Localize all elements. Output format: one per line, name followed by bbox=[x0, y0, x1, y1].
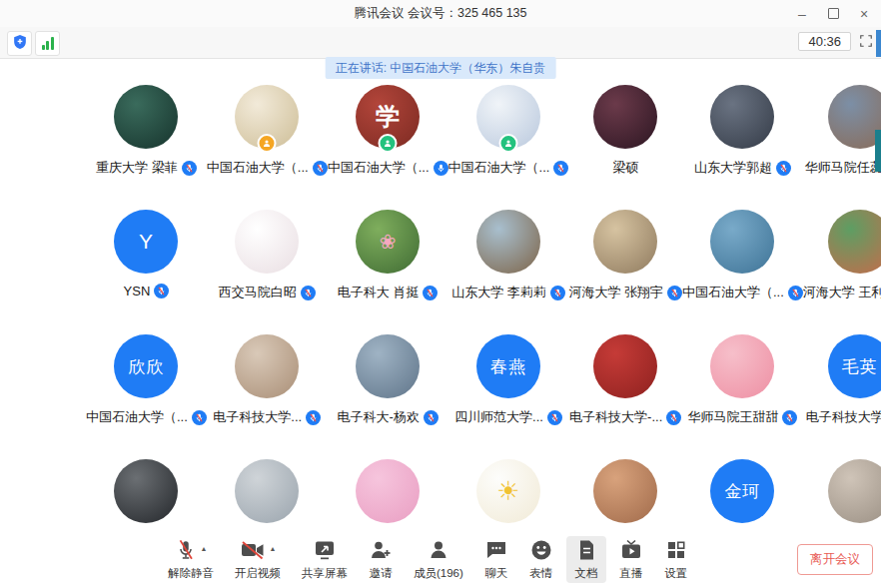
participant-name-row: 山东大学 李莉莉 bbox=[451, 284, 565, 301]
caret-up-icon[interactable]: ▲ bbox=[270, 545, 277, 552]
participant-tile[interactable]: ❀电子科大 肖挺 bbox=[328, 198, 448, 322]
participant-avatar bbox=[710, 85, 774, 149]
network-quality-button[interactable] bbox=[35, 31, 60, 56]
mic-muted-icon bbox=[776, 161, 791, 176]
participant-avatar: Y bbox=[114, 210, 178, 274]
participant-avatar bbox=[476, 210, 540, 274]
maximize-button[interactable] bbox=[822, 4, 844, 24]
participant-tile[interactable]: 中国石油大学（... bbox=[207, 73, 328, 198]
document-icon bbox=[574, 538, 598, 566]
toolbar-item-camera-off[interactable]: ▲开启视频 bbox=[227, 536, 289, 583]
side-panel-handle-top[interactable] bbox=[876, 30, 881, 57]
now-speaking-banner: 正在讲话: 中国石油大学（华东）朱自贵 bbox=[326, 57, 556, 79]
settings-icon bbox=[664, 538, 688, 566]
close-button[interactable]: × bbox=[853, 4, 875, 24]
participant-tile[interactable]: 毛英电子科技大学 毛英 bbox=[803, 322, 881, 447]
participant-avatar bbox=[828, 459, 881, 523]
toolbar-item-members[interactable]: 成员(196) bbox=[406, 536, 471, 583]
participant-tile[interactable]: 河海大学 王利利 bbox=[803, 198, 881, 322]
participant-tile[interactable]: 山东大学郭超 bbox=[682, 73, 803, 198]
participant-name: 电子科大 肖挺 bbox=[338, 284, 420, 301]
toolbar-item-label: 邀请 bbox=[370, 566, 393, 581]
side-panel-handle[interactable] bbox=[875, 130, 881, 172]
participant-avatar bbox=[710, 334, 774, 398]
participant-tile[interactable]: 中国石油大学（... bbox=[682, 198, 803, 322]
leave-meeting-button[interactable]: 离开会议 bbox=[797, 544, 873, 575]
minimize-button[interactable]: – bbox=[791, 4, 813, 24]
participant-tile[interactable]: 电子科大-杨欢 bbox=[328, 322, 448, 447]
participant-name-row: 重庆大学 梁菲 bbox=[96, 159, 197, 177]
participant-name: 山东大学郭超 bbox=[694, 159, 772, 177]
green-person-badge bbox=[379, 134, 398, 153]
toolbar-item-mic-off[interactable]: ▲解除静音 bbox=[160, 536, 222, 583]
participant-name: 电子科技大学... bbox=[213, 408, 302, 426]
mic-muted-icon bbox=[192, 410, 207, 425]
fullscreen-button[interactable] bbox=[857, 34, 875, 52]
participant-tile[interactable]: 电子科技大学... bbox=[207, 322, 328, 447]
toolbar-item-document[interactable]: 文档 bbox=[566, 536, 606, 583]
toolbar-item-invite[interactable]: 邀请 bbox=[361, 536, 401, 583]
toolbar-item-share-screen[interactable]: 共享屏幕 bbox=[294, 536, 356, 583]
participant-tile[interactable]: 西交马院白昭 bbox=[207, 198, 328, 322]
participant-name-row: 中国石油大学（... bbox=[682, 284, 803, 301]
participant-tile[interactable]: 春燕四川师范大学... bbox=[448, 322, 569, 447]
security-shield-button[interactable] bbox=[7, 31, 32, 56]
participant-name-row: 电子科技大学... bbox=[213, 408, 321, 426]
toolbar-item-label: 设置 bbox=[664, 566, 687, 581]
participant-avatar: 金珂 bbox=[710, 459, 774, 523]
invite-icon bbox=[369, 538, 393, 566]
participant-tile[interactable]: 欣欣中国石油大学（... bbox=[86, 322, 207, 447]
participant-tile[interactable]: 华师马院任蕊鑫 bbox=[803, 73, 881, 198]
participant-tile[interactable]: YYSN bbox=[86, 198, 207, 322]
participant-name-row: 西交马院白昭 bbox=[219, 284, 316, 301]
live-icon bbox=[619, 538, 643, 566]
caret-up-icon[interactable]: ▲ bbox=[201, 545, 208, 552]
participant-name: 中国石油大学（... bbox=[448, 159, 550, 177]
toolbar-items: ▲解除静音▲开启视频共享屏幕邀请成员(196)聊天表情文档直播设置 bbox=[160, 536, 696, 583]
toolbar-item-label: 共享屏幕 bbox=[302, 566, 348, 581]
mic-muted-icon bbox=[182, 161, 197, 176]
members-icon bbox=[427, 538, 450, 566]
participant-name: 四川师范大学... bbox=[454, 408, 543, 426]
participant-avatar bbox=[593, 459, 657, 523]
toolbar-item-emoji[interactable]: 表情 bbox=[521, 536, 561, 583]
participant-name-row: 电子科技大学 毛英 bbox=[806, 408, 881, 426]
window-title: 腾讯会议 会议号：325 465 135 bbox=[355, 5, 527, 22]
mic-muted-icon bbox=[782, 410, 797, 425]
participant-name-row: YSN bbox=[124, 284, 170, 298]
participant-name-row: 电子科技大学-... bbox=[569, 408, 681, 426]
emoji-icon bbox=[529, 538, 553, 566]
green-person-badge bbox=[498, 134, 517, 153]
participant-tile[interactable]: 河海大学 张翔宇 bbox=[568, 198, 682, 322]
participant-tile[interactable]: 山东大学 李莉莉 bbox=[448, 198, 569, 322]
participant-tile[interactable]: 华师马院王甜甜 bbox=[682, 322, 803, 447]
participant-avatar bbox=[114, 85, 178, 149]
participant-avatar bbox=[593, 85, 657, 149]
participant-name: 中国石油大学（... bbox=[86, 408, 188, 426]
participant-tile[interactable]: 梁硕 bbox=[568, 73, 682, 198]
share-screen-icon bbox=[313, 538, 337, 566]
meeting-timer: 40:36 bbox=[798, 32, 851, 51]
participant-avatar bbox=[235, 334, 299, 398]
participant-avatar: ☀ bbox=[476, 459, 540, 523]
participant-avatar bbox=[235, 459, 299, 523]
participant-tile[interactable]: 电子科技大学-... bbox=[568, 322, 682, 447]
toolbar-item-label: 文档 bbox=[574, 566, 597, 581]
participant-avatar bbox=[828, 85, 881, 149]
participant-name: 中国石油大学（... bbox=[207, 159, 309, 177]
participant-tile[interactable]: 重庆大学 梁菲 bbox=[86, 73, 207, 198]
window-controls: – × bbox=[791, 0, 875, 27]
participant-tile[interactable]: 中国石油大学（... bbox=[448, 73, 569, 198]
orange-person-badge bbox=[258, 134, 277, 153]
toolbar-item-chat[interactable]: 聊天 bbox=[476, 536, 516, 583]
participant-avatar bbox=[114, 459, 178, 523]
participant-avatar: 欣欣 bbox=[114, 334, 178, 398]
mic-muted-icon bbox=[667, 286, 682, 300]
participant-name: 山东大学 李莉莉 bbox=[451, 284, 546, 301]
mic-muted-icon bbox=[788, 286, 803, 300]
toolbar-item-live[interactable]: 直播 bbox=[611, 536, 651, 583]
participant-tile[interactable]: 学中国石油大学（... bbox=[328, 73, 448, 198]
participant-name-row: 河海大学 张翔宇 bbox=[568, 284, 682, 301]
participant-name: 华师马院王甜甜 bbox=[687, 408, 778, 426]
toolbar-item-settings[interactable]: 设置 bbox=[656, 536, 696, 583]
